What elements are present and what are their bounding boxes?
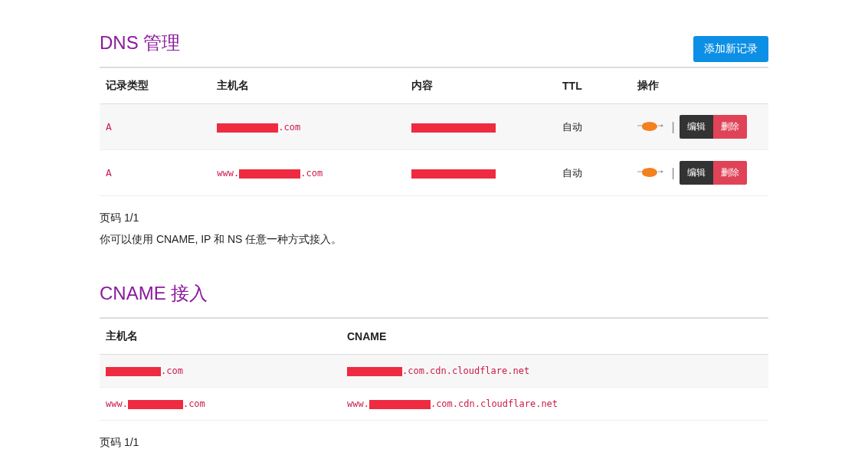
host-suffix: .com <box>183 398 205 409</box>
dns-cell-ttl: 自动 <box>556 150 631 196</box>
redacted-host <box>106 367 161 376</box>
dns-cell-actions: | 编辑删除 <box>631 150 768 196</box>
edit-button[interactable]: 编辑 <box>680 115 713 139</box>
cname-page-info: 页码 1/1 <box>100 436 768 450</box>
cname-cell-cname: .com.cdn.cloudflare.net <box>341 355 768 388</box>
host-suffix: .com <box>278 122 300 133</box>
cloud-icon[interactable] <box>637 166 663 180</box>
redacted-host <box>128 400 183 409</box>
dns-cell-ttl: 自动 <box>556 104 631 150</box>
dns-row: A .com 自动 | 编辑删除 <box>100 104 768 150</box>
dns-note: 你可以使用 CNAME, IP 和 NS 任意一种方式接入。 <box>100 233 768 247</box>
dns-header: DNS 管理 添加新记录 <box>100 31 768 67</box>
add-record-button[interactable]: 添加新记录 <box>693 36 768 62</box>
dns-cell-content <box>405 104 556 150</box>
dns-cell-type: A <box>100 150 211 196</box>
edit-button[interactable]: 编辑 <box>680 161 713 185</box>
dns-page-info: 页码 1/1 <box>100 211 768 225</box>
cname-cell-cname: www..com.cdn.cloudflare.net <box>341 388 768 421</box>
svg-point-2 <box>642 123 650 130</box>
redacted-cname <box>369 400 431 409</box>
delete-button[interactable]: 删除 <box>713 115 747 139</box>
dns-cell-content <box>405 150 556 196</box>
dns-cell-actions: | 编辑删除 <box>631 104 768 150</box>
svg-marker-4 <box>661 124 663 127</box>
dns-th-host: 主机名 <box>211 67 405 104</box>
cname-row: www..com www..com.cdn.cloudflare.net <box>100 388 768 421</box>
cname-table: 主机名 CNAME .com .com.cdn.cloudflare.net w… <box>100 317 768 421</box>
host-prefix: www. <box>106 398 128 409</box>
divider: | <box>671 166 674 179</box>
cname-th-cname: CNAME <box>341 318 768 355</box>
dns-th-actions: 操作 <box>631 67 768 104</box>
svg-marker-9 <box>661 170 663 173</box>
cname-cell-host: www..com <box>100 388 341 421</box>
host-suffix: .com <box>161 365 183 376</box>
dns-cell-type: A <box>100 104 211 150</box>
host-suffix: .com <box>300 168 323 179</box>
redacted-host <box>239 169 300 179</box>
dns-cell-host: www..com <box>211 150 405 196</box>
redacted-content <box>411 169 496 179</box>
cname-suffix: .com.cdn.cloudflare.net <box>402 365 529 376</box>
redacted-cname <box>347 367 402 376</box>
cname-title: CNAME 接入 <box>100 281 768 306</box>
delete-button[interactable]: 删除 <box>713 161 747 185</box>
dns-cell-host: .com <box>211 104 405 150</box>
redacted-content <box>411 123 496 133</box>
redacted-host <box>217 123 278 133</box>
cname-th-host: 主机名 <box>100 318 341 355</box>
cname-cell-host: .com <box>100 355 341 388</box>
dns-th-content: 内容 <box>405 67 556 104</box>
dns-th-type: 记录类型 <box>100 67 211 104</box>
dns-th-ttl: TTL <box>556 67 631 104</box>
svg-point-7 <box>642 169 650 176</box>
cloud-icon[interactable] <box>637 120 663 134</box>
cname-row: .com .com.cdn.cloudflare.net <box>100 355 768 388</box>
host-prefix: www. <box>217 168 239 179</box>
dns-row: A www..com 自动 | 编辑删除 <box>100 150 768 196</box>
dns-table: 记录类型 主机名 内容 TTL 操作 A .com 自动 | 编辑删除 A <box>100 67 768 196</box>
cname-suffix: .com.cdn.cloudflare.net <box>431 398 558 409</box>
divider: | <box>671 120 674 133</box>
dns-title: DNS 管理 <box>100 31 180 55</box>
cname-prefix: www. <box>347 398 369 409</box>
